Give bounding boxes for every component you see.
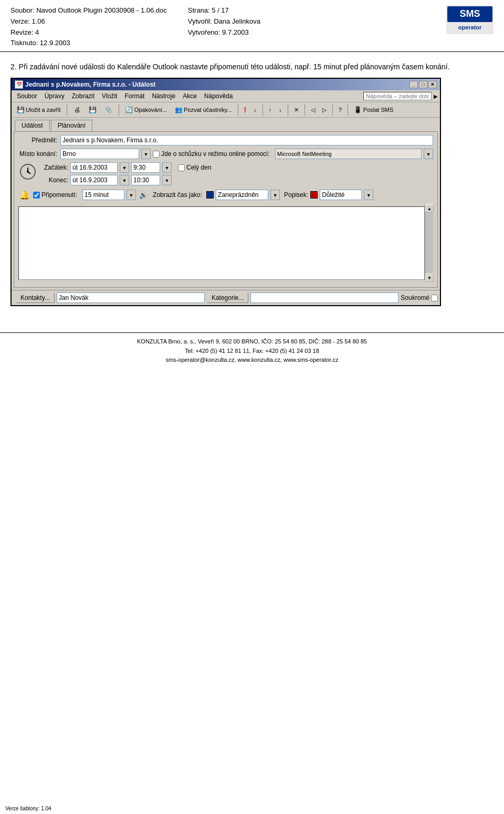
repeat-button[interactable]: 🔄 Opakování... (122, 104, 170, 116)
contacts-button[interactable]: Kontakty... (16, 293, 55, 303)
start-date-input[interactable] (70, 162, 118, 173)
arrow-up-button[interactable]: ↑ (266, 105, 275, 114)
disk-button[interactable]: 💾 (86, 104, 100, 116)
menu-napoveda[interactable]: Nápověda (201, 91, 236, 101)
print-date: Tisknuto: 12.9.2003 (10, 38, 167, 49)
document-body: 2. Při zadávání nové události do Kalendá… (0, 56, 504, 317)
private-checkbox[interactable] (431, 295, 438, 301)
invite-button[interactable]: 👥 Pozvat účastníky... (172, 104, 235, 116)
location-dropdown-arrow[interactable]: ▼ (141, 149, 151, 159)
arrow-down-button[interactable]: ↓ (251, 105, 259, 114)
version-footer: Verze šablony: 1.04 (5, 806, 51, 811)
end-time-input[interactable] (131, 175, 160, 185)
reminder-row: 🔔 Připomenutí: ▼ 🔊 Zobrazit čas jako: ▼ … (18, 189, 433, 201)
forward-button[interactable]: ▷ (320, 105, 329, 115)
bell-icon: 🔔 (18, 189, 31, 201)
clock-icon (18, 162, 37, 181)
categories-button[interactable]: Kategorie... (207, 293, 248, 303)
menu-bar: Soubor Úpravy Zobrazit Vložit Formát Nás… (12, 90, 440, 102)
scroll-up-button[interactable]: ▲ (425, 204, 434, 213)
notes-scrollbar[interactable]: ▲ ▼ (425, 204, 433, 282)
sms-icon: 📱 (354, 106, 362, 114)
label-text: Popisek: (284, 191, 308, 199)
end-date-input[interactable] (70, 175, 118, 185)
close-button[interactable]: ✕ (428, 81, 437, 88)
subject-label: Předmět: (18, 137, 60, 144)
label-dropdown-arrow[interactable]: ▼ (364, 190, 373, 200)
menu-upravy[interactable]: Úpravy (41, 91, 68, 101)
netmeeting-input[interactable] (275, 149, 422, 159)
arrow-down2-button[interactable]: ↓ (276, 105, 285, 114)
toolbar-separator-4 (262, 104, 263, 116)
help-input[interactable] (363, 92, 432, 100)
section-title: 2. Při zadávání nové události do Kalendá… (10, 61, 494, 72)
end-row: Konec: ▼ ▼ (39, 175, 214, 185)
location-controls: ▼ Jde o schůzku v režimu online pomocí: … (60, 149, 433, 159)
label-color-box (310, 191, 318, 199)
minimize-button[interactable]: _ (410, 81, 418, 88)
delete-icon: ✕ (294, 107, 299, 113)
tab-planovani[interactable]: Plánování (51, 120, 92, 131)
location-input[interactable] (60, 149, 139, 159)
end-time-dropdown[interactable]: ▼ (162, 175, 172, 185)
back-button[interactable]: ◁ (308, 105, 318, 115)
tab-udalost[interactable]: Událost (15, 120, 50, 131)
menu-zobrazit[interactable]: Zobrazit (69, 91, 98, 101)
online-checkbox[interactable] (153, 151, 160, 158)
repeat-icon: 🔄 (125, 106, 133, 114)
filename: Soubor: Navod Outlook Plugin 20030908 - … (10, 5, 167, 16)
toolbar-separator-6 (304, 104, 305, 116)
allday-checkbox[interactable] (178, 164, 185, 171)
menu-nastroje[interactable]: Nástroje (149, 91, 178, 101)
start-time-dropdown[interactable]: ▼ (162, 162, 172, 173)
svg-point-7 (27, 171, 29, 173)
outlook-window: 📅 Jednani s p.Novakem, Firma s.r.o. - Ud… (10, 78, 441, 306)
contacts-input[interactable] (57, 293, 205, 303)
reminder-value-input[interactable] (82, 190, 124, 200)
netmeeting-dropdown-arrow[interactable]: ▼ (424, 149, 433, 159)
status-dropdown-arrow[interactable]: ▼ (270, 190, 280, 200)
scroll-down-button[interactable]: ▼ (425, 274, 434, 282)
notes-area[interactable] (18, 206, 425, 280)
send-sms-button[interactable]: 📱 Poslat SMS (351, 104, 396, 116)
delete-button[interactable]: ✕ (291, 105, 301, 115)
menu-vlozit[interactable]: Vložit (99, 91, 120, 101)
menu-akce[interactable]: Akce (180, 91, 200, 101)
company-logo: SMS operator (446, 5, 494, 34)
svg-text:operator: operator (458, 24, 482, 30)
categories-input[interactable] (250, 293, 398, 303)
print-button[interactable]: 🖨 (70, 104, 84, 116)
toolbar-separator-3 (238, 104, 238, 116)
menu-soubor[interactable]: Soubor (14, 91, 40, 101)
save-icon: 💾 (16, 106, 25, 114)
save-close-button[interactable]: 💾 Uložit a zavřít (14, 104, 64, 116)
subject-input[interactable] (60, 135, 433, 145)
window-icon: 📅 (15, 80, 23, 89)
arrow-up-icon: ↑ (269, 107, 272, 113)
label-input[interactable] (320, 190, 362, 200)
footer-email: sms-operator@konzulta.cz, www.konzulta.c… (10, 356, 494, 365)
help-arrow[interactable]: ▶ (434, 93, 438, 99)
start-date-dropdown[interactable]: ▼ (120, 162, 129, 173)
attach-button[interactable]: 📎 (102, 104, 116, 116)
reminder-label: Připomenutí: (41, 191, 77, 199)
toolbar: 💾 Uložit a zavřít 🖨 💾 📎 🔄 Opakování... 👥… (12, 102, 440, 118)
exclamation-button[interactable]: ! (242, 104, 249, 116)
private-label: Soukromé (401, 294, 438, 301)
reminder-checkbox[interactable] (33, 192, 40, 199)
time-rows: Začátek: ▼ ▼ Celý den Konec: (39, 162, 214, 185)
status-input[interactable] (216, 190, 268, 200)
reminder-dropdown[interactable]: ▼ (127, 190, 136, 200)
toolbar-separator-2 (119, 104, 119, 116)
menu-format[interactable]: Formát (121, 91, 148, 101)
help-btn[interactable]: ? (336, 105, 344, 114)
title-bar-controls[interactable]: _ □ ✕ (410, 81, 437, 88)
author: Vytvořil: Dana Jelinkova (188, 16, 446, 27)
private-text: Soukromé (401, 294, 429, 301)
end-date-dropdown[interactable]: ▼ (120, 175, 129, 185)
print-icon: 🖨 (73, 106, 81, 114)
start-time-input[interactable] (131, 162, 160, 173)
maximize-button[interactable]: □ (419, 81, 427, 88)
sound-icon: 🔊 (138, 190, 149, 200)
show-time-label: Zobrazit čas jako: (153, 191, 202, 199)
